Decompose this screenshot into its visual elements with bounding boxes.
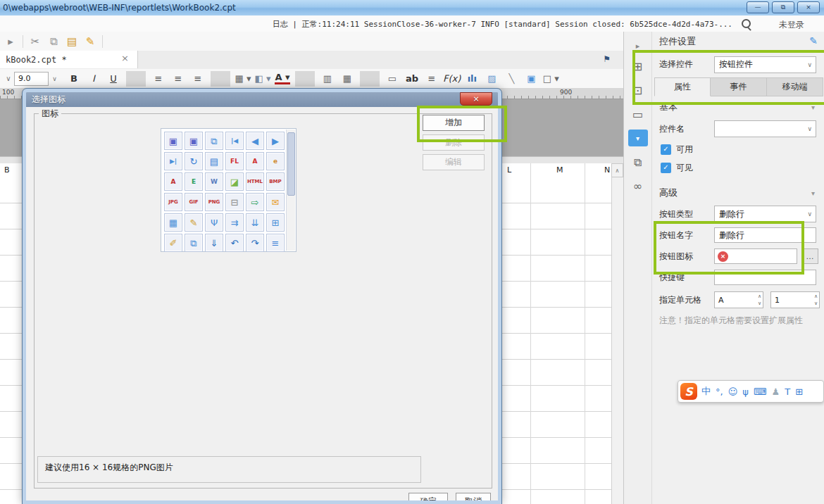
png-icon[interactable]: PNG [205, 193, 223, 211]
formula-button[interactable]: F(x) [442, 71, 462, 87]
pdf-icon[interactable]: A [164, 172, 182, 191]
applet-icon[interactable]: e [266, 152, 285, 170]
search-icon[interactable] [742, 19, 751, 28]
sheet-rows-right[interactable] [501, 177, 611, 504]
panel-tab[interactable]: 属性 [654, 77, 711, 96]
cut-icon[interactable]: ✂ [26, 34, 44, 49]
float-element-icon[interactable]: ▭ [626, 102, 650, 126]
chinese-mode-icon[interactable]: 中 [701, 385, 711, 398]
border-button[interactable]: ▦ ▾ [233, 71, 253, 87]
frame-button[interactable]: ▣ [521, 71, 541, 87]
cell-row-spinner[interactable]: 1 ∧∨ [770, 291, 820, 308]
org-icon[interactable]: ⊞ [266, 213, 285, 232]
sheet-rows-left[interactable] [0, 177, 23, 504]
column-header-M[interactable]: M [556, 165, 563, 175]
jpg-icon[interactable]: JPG [164, 193, 182, 211]
add-button[interactable]: 增加 [423, 115, 485, 131]
richtext-button[interactable]: ≡ [422, 71, 442, 87]
html-icon[interactable]: HTML [246, 172, 264, 191]
draw-icon[interactable]: ✐ [164, 234, 182, 252]
merge-cells-button[interactable]: ▥ [318, 71, 337, 87]
visible-checkbox[interactable]: ✓ [661, 163, 671, 173]
scroll-up-button[interactable]: ∧ [611, 163, 623, 177]
image-cell-button[interactable]: ▨ [482, 71, 501, 87]
word-icon[interactable]: W [205, 172, 223, 191]
pdf-file-icon[interactable]: A [246, 152, 264, 170]
node-icon[interactable]: ⇊ [246, 213, 264, 232]
export-page-icon[interactable]: ⇨ [246, 193, 264, 211]
link-box-icon[interactable]: ⧉ [185, 234, 203, 252]
next-page-icon[interactable]: ▶ [266, 132, 285, 150]
shape-button[interactable]: □ ▾ [541, 71, 561, 87]
first-page-icon[interactable]: |◀ [225, 132, 244, 150]
restore-button[interactable]: ⧉ [772, 1, 794, 13]
form-icon[interactable]: ▦ [164, 213, 182, 232]
sogou-logo-icon[interactable]: S [680, 383, 697, 400]
save-icon[interactable]: ▣ [164, 132, 182, 150]
toolbox-icon[interactable]: ⊞ [795, 386, 803, 397]
edit-button[interactable]: 编辑 [423, 154, 485, 170]
condition-attribute-icon[interactable]: ⧉ [626, 150, 650, 174]
panel-tab[interactable]: 事件 [711, 77, 767, 96]
font-dropdown-chevron[interactable]: ∨ [3, 75, 14, 82]
minimize-button[interactable]: — [747, 1, 769, 13]
toolbar-handle-icon[interactable]: ▸ [1, 34, 20, 49]
spin-down-icon[interactable]: ∨ [814, 300, 818, 307]
save-as-icon[interactable]: ▣ [185, 132, 203, 150]
scrollbar-thumb[interactable] [287, 132, 295, 196]
punctuation-icon[interactable]: °, [716, 386, 723, 397]
print-icon[interactable]: ⊟ [225, 193, 244, 211]
button-type-dropdown[interactable]: 删除行 ∨ [714, 206, 816, 222]
tree-icon[interactable]: Ψ [205, 213, 223, 232]
submit-icon[interactable]: ⇓ [205, 234, 223, 252]
cell-column-spinner[interactable]: A ∧∨ [714, 291, 763, 308]
line-button[interactable]: ╲ [501, 71, 521, 87]
fill-color-button[interactable]: ◧ ▾ [253, 71, 273, 87]
cancel-button[interactable]: 取消 [456, 493, 491, 504]
textbox-button[interactable]: ab [402, 71, 422, 87]
cell-element-icon[interactable]: ⊡ [626, 78, 650, 102]
spin-down-icon[interactable]: ∨ [758, 300, 761, 307]
panel-tab[interactable]: 移动端 [767, 77, 823, 96]
soft-keyboard-icon[interactable]: ⌨ [754, 386, 767, 397]
signature-icon[interactable]: ✎ [185, 213, 203, 232]
email-icon[interactable]: ✉ [266, 193, 285, 211]
dialog-close-button[interactable]: × [460, 92, 492, 106]
refresh-icon[interactable]: ↻ [185, 152, 203, 170]
icon-grid-scrollbar[interactable] [286, 130, 295, 251]
button-icon-field[interactable]: × [714, 248, 797, 264]
collapse-panel-icon[interactable]: ▸ [626, 37, 650, 54]
align-right-button[interactable]: ≡ [188, 71, 208, 87]
font-color-button[interactable]: A ▾ [273, 71, 292, 87]
flash-file-icon[interactable]: FL [225, 152, 244, 170]
paste-icon[interactable]: ▤ [63, 34, 81, 49]
emoji-icon[interactable]: ☺ [728, 386, 738, 397]
shortcut-input[interactable] [714, 270, 816, 285]
underline-button[interactable]: U [104, 71, 123, 87]
list-icon[interactable]: ≡ [266, 234, 285, 252]
edit-pencil-icon[interactable]: ✎ [809, 35, 818, 46]
align-left-button[interactable]: ≡ [149, 71, 168, 87]
preview-icon[interactable]: ▤ [205, 152, 223, 170]
vertical-scrollbar[interactable] [611, 177, 624, 504]
copy-icon[interactable]: ⧉ [44, 34, 63, 49]
flow-icon[interactable]: ⇉ [225, 213, 244, 232]
dialog-title-bar[interactable]: 选择图标 × [26, 92, 498, 107]
chart-button[interactable]: ılı [462, 71, 482, 87]
font-size-input[interactable]: 9.0 [14, 72, 49, 86]
column-header-L[interactable]: L [507, 165, 511, 175]
font-size-chevron[interactable]: ∨ [49, 72, 60, 86]
tab-close-icon[interactable]: × [121, 53, 129, 63]
browse-icon-button[interactable]: … [801, 248, 818, 264]
login-status[interactable]: 未登录 [779, 19, 804, 31]
bmp-icon[interactable]: BMP [266, 172, 285, 191]
align-center-button[interactable]: ≡ [168, 71, 188, 87]
close-button[interactable]: × [797, 1, 820, 13]
column-headers[interactable]: L M N [501, 163, 611, 178]
spin-up-icon[interactable]: ∧ [758, 293, 761, 300]
enabled-checkbox[interactable]: ✓ [661, 144, 671, 155]
italic-button[interactable]: I [84, 71, 104, 87]
gif-icon[interactable]: GIF [185, 193, 203, 211]
bold-button[interactable]: B [64, 71, 84, 87]
widget-button[interactable]: ▭ [382, 71, 402, 87]
